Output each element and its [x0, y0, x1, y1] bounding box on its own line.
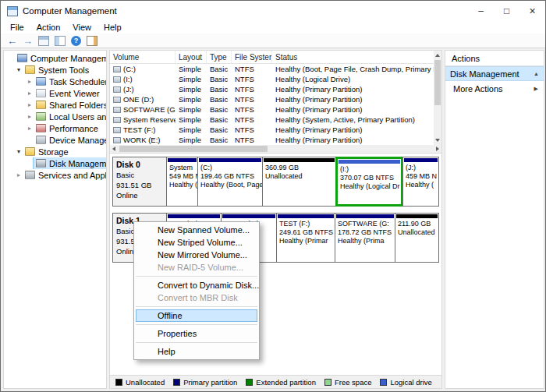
sidebar-item-disk-management[interactable]: Disk Management	[4, 157, 106, 169]
volume-name: (J:)	[123, 85, 134, 94]
menu-file[interactable]: File	[4, 23, 30, 32]
chevron-down-icon[interactable]: ▾	[15, 66, 23, 73]
scroll-right-arrow[interactable]	[436, 147, 439, 151]
chevron-right-icon[interactable]: ▸	[26, 78, 34, 85]
forward-icon[interactable]: →	[23, 36, 33, 46]
menu-item-new-raid5-volume[interactable]: New RAID-5 Volume...	[134, 261, 259, 274]
partition-name: System	[167, 164, 197, 172]
collapse-chevron-icon[interactable]: ▲	[534, 71, 539, 76]
partition-j[interactable]: (J:) 459 MB N Healthy (	[402, 157, 439, 207]
chevron-right-icon[interactable]: ▸	[26, 90, 34, 97]
primary-partition-bar	[404, 158, 438, 162]
column-type[interactable]: Type	[207, 51, 232, 63]
menu-item-offline[interactable]: Offline	[136, 309, 257, 322]
partition-c[interactable]: (C:) 199.46 GB NTFS Healthy (Boot, Page	[197, 157, 263, 207]
chevron-down-icon[interactable]: ▾	[15, 148, 23, 155]
volume-row[interactable]: SOFTWARE (G:) Simple Basic NTFS Healthy …	[110, 104, 441, 115]
more-actions-item[interactable]: More Actions ▶	[445, 81, 544, 96]
partition-test-f[interactable]: TEST (F:) 249.61 GB NTFS Healthy (Primar	[276, 213, 335, 263]
chevron-right-icon[interactable]: ▸	[26, 125, 34, 132]
close-button[interactable]: ×	[519, 1, 545, 21]
scroll-left-arrow[interactable]	[112, 147, 115, 151]
storage-icon	[25, 147, 35, 156]
partition-unallocated-disk0[interactable]: 360.99 GB Unallocated	[262, 157, 336, 207]
title-bar[interactable]: Computer Management – □ ×	[1, 1, 545, 21]
menu-view[interactable]: View	[66, 23, 98, 32]
column-file-system[interactable]: File System	[232, 51, 272, 63]
action-pane-icon[interactable]	[87, 36, 98, 46]
menu-item-help[interactable]: Help	[134, 345, 259, 358]
menu-help[interactable]: Help	[98, 23, 128, 32]
hscrollbar-thumb[interactable]	[119, 146, 268, 152]
sidebar-item-label: Services and Applications	[38, 171, 106, 180]
minimize-button[interactable]: –	[468, 1, 494, 21]
menu-action[interactable]: Action	[30, 23, 67, 32]
drive-icon	[113, 76, 121, 83]
partition-software-g[interactable]: SOFTWARE (G: 178.72 GB NTFS Healthy (Pri…	[335, 213, 395, 263]
chevron-right-icon[interactable]: ▸	[26, 101, 34, 108]
column-layout[interactable]: Layout	[176, 51, 207, 63]
volume-row[interactable]: (J:) Simple Basic NTFS Healthy (Primary …	[110, 84, 441, 94]
maximize-button[interactable]: □	[494, 1, 519, 21]
primary-partition-bar	[199, 158, 261, 162]
sidebar-item-event-viewer[interactable]: ▸ Event Viewer	[4, 87, 106, 99]
column-volume[interactable]: Volume	[110, 51, 176, 63]
primary-partition-bar	[336, 214, 394, 218]
scroll-up-arrow[interactable]	[435, 54, 440, 57]
column-status[interactable]: Status	[272, 51, 441, 63]
scroll-down-arrow[interactable]	[435, 139, 440, 142]
submenu-arrow-icon[interactable]: ▶	[534, 86, 538, 92]
legend-unallocated: Unallocated	[115, 378, 165, 387]
menu-item-convert-to-dynamic-disk[interactable]: Convert to Dynamic Disk...	[134, 279, 259, 291]
partition-status: Healthy (Boot, Page	[198, 181, 262, 189]
menu-separator	[136, 276, 257, 277]
sidebar-item-task-scheduler[interactable]: ▸ Task Scheduler	[4, 76, 106, 87]
disk-0-info[interactable]: Disk 0 Basic 931.51 GB Online	[112, 157, 167, 207]
scrollbar-thumb[interactable]	[434, 60, 441, 105]
menu-item-new-striped-volume[interactable]: New Striped Volume...	[134, 236, 259, 249]
more-actions-label: More Actions	[453, 84, 534, 94]
menu-separator	[136, 324, 257, 325]
sidebar-item-storage[interactable]: ▾ Storage	[4, 146, 106, 157]
partition-unallocated-disk1[interactable]: 211.90 GB Unallocated	[395, 213, 439, 263]
volume-row[interactable]: (C:) Simple Basic NTFS Healthy (Boot, Pa…	[110, 64, 441, 74]
sidebar-item-system-tools[interactable]: ▾ System Tools	[4, 64, 106, 76]
partition-system[interactable]: System 549 MB N Healthy (	[166, 157, 198, 207]
volume-list-hscrollbar	[110, 145, 441, 154]
drive-icon	[113, 127, 121, 133]
sidebar-item-shared-folders[interactable]: ▸ Shared Folders	[4, 99, 106, 111]
disk-name: Disk 0	[116, 160, 163, 170]
menu-item-convert-to-mbr-disk[interactable]: Convert to MBR Disk	[134, 291, 259, 304]
volume-row[interactable]: WORK (E:) Simple Basic NTFS Healthy (Pri…	[110, 135, 441, 145]
volume-row[interactable]: (I:) Simple Basic NTFS Healthy (Logical …	[110, 74, 441, 84]
menu-item-properties[interactable]: Properties	[134, 327, 259, 340]
sidebar-item-label: Storage	[38, 147, 69, 157]
actions-disk-management-header[interactable]: Disk Management ▲	[445, 66, 544, 81]
help-icon[interactable]: ?	[71, 36, 81, 46]
sidebar-item-local-users-and-groups[interactable]: ▸ Local Users and Groups	[4, 111, 106, 122]
console-window-icon[interactable]	[38, 36, 49, 46]
free-space-swatch	[324, 379, 332, 386]
chevron-right-icon[interactable]: ▸	[26, 113, 34, 120]
sidebar-item-device-manager[interactable]: Device Manager	[4, 134, 106, 146]
sidebar-item-performance[interactable]: ▸ Performance	[4, 122, 106, 134]
event-viewer-icon	[36, 89, 46, 97]
volume-row[interactable]: ONE (D:) Simple Basic NTFS Healthy (Prim…	[110, 94, 441, 104]
sidebar-item-services-and-applications[interactable]: ▸ Services and Applications	[4, 169, 106, 181]
partition-name: 360.99 GB	[263, 164, 335, 172]
partition-i-selected[interactable]: (I:) 370.07 GB NTFS Healthy (Logical Dr	[335, 157, 403, 207]
menu-separator	[136, 306, 257, 307]
volume-layout: Simple	[176, 75, 207, 83]
chevron-right-icon[interactable]: ▸	[15, 171, 23, 178]
volume-row[interactable]: System Reserved Simple Basic NTFS Health…	[110, 115, 441, 125]
menu-item-new-mirrored-volume[interactable]: New Mirrored Volume...	[134, 249, 259, 261]
volume-status: Healthy (Primary Partition)	[272, 95, 441, 104]
volume-row[interactable]: TEST (F:) Simple Basic NTFS Healthy (Pri…	[110, 125, 441, 135]
back-icon[interactable]: ←	[7, 36, 17, 46]
drive-icon	[113, 87, 121, 93]
show-console-tree-icon[interactable]	[55, 36, 66, 46]
sidebar-item-computer-management[interactable]: Computer Management (Local	[4, 52, 106, 64]
menu-item-new-spanned-volume[interactable]: New Spanned Volume...	[134, 224, 259, 236]
primary-partition-bar	[168, 214, 220, 218]
partition-detail: Unallocated	[263, 172, 335, 181]
